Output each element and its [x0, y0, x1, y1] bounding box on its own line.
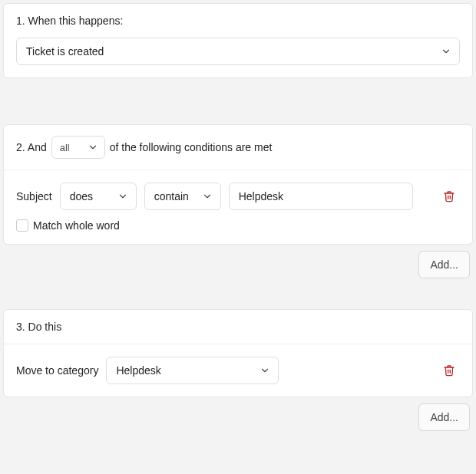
add-condition-button[interactable]: Add...	[418, 251, 470, 278]
chevron-down-icon	[117, 191, 128, 202]
add-action-button[interactable]: Add...	[418, 403, 470, 431]
trash-icon	[443, 364, 455, 377]
condition-op1-value: does	[70, 190, 93, 202]
match-mode-select[interactable]: all	[51, 136, 105, 159]
action-row: Move to category Helpdesk	[16, 357, 460, 384]
delete-action-button[interactable]	[438, 360, 460, 381]
step1-title-text: 1. When this happens:	[16, 15, 123, 27]
match-whole-word-row: Match whole word	[16, 219, 460, 232]
condition-op2-value: contain	[154, 190, 189, 202]
match-whole-word-label: Match whole word	[33, 219, 120, 232]
step2-card: 2. And all of the following conditions a…	[3, 124, 473, 245]
action-label: Move to category	[16, 364, 98, 377]
step1-card: 1. When this happens: Ticket is created	[3, 3, 473, 78]
delete-condition-button[interactable]	[438, 186, 460, 207]
trigger-select-value: Ticket is created	[26, 45, 104, 58]
chevron-down-icon	[259, 365, 270, 376]
chevron-down-icon	[202, 191, 213, 202]
action-value-select[interactable]: Helpdesk	[106, 357, 279, 384]
step3-title: 3. Do this	[4, 310, 472, 344]
action-value-text: Helpdesk	[116, 364, 160, 377]
condition-op1-select[interactable]: does	[60, 183, 137, 210]
add-action-label: Add...	[430, 411, 458, 423]
step2-title: 2. And all of the following conditions a…	[4, 125, 472, 170]
chevron-down-icon	[441, 46, 451, 57]
chevron-down-icon	[88, 142, 98, 153]
step2-title-suffix: of the following conditions are met	[110, 141, 273, 153]
condition-value-input[interactable]: Helpdesk	[229, 183, 413, 210]
condition-value-text: Helpdesk	[239, 190, 283, 202]
step3-title-text: 3. Do this	[16, 321, 61, 333]
trigger-select[interactable]: Ticket is created	[16, 38, 460, 65]
match-whole-word-checkbox[interactable]	[16, 219, 28, 232]
condition-op2-select[interactable]: contain	[144, 183, 221, 210]
match-mode-value: all	[60, 142, 70, 153]
condition-field-label: Subject	[16, 190, 52, 202]
step2-title-prefix: 2. And	[16, 141, 47, 153]
condition-row: Subject does contain Helpdesk	[16, 183, 460, 210]
trash-icon	[443, 189, 455, 203]
step1-title: 1. When this happens:	[4, 4, 472, 38]
add-condition-label: Add...	[430, 258, 458, 271]
step3-card: 3. Do this Move to category Helpdesk	[3, 309, 473, 397]
